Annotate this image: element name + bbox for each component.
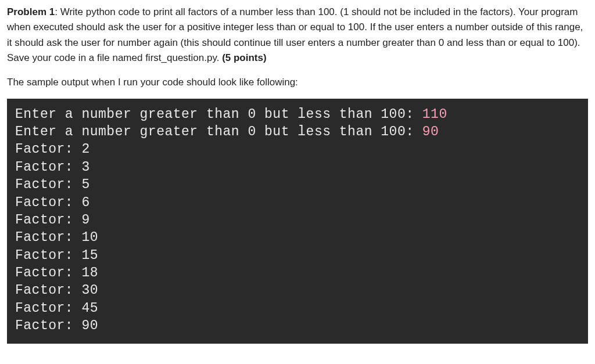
factor-value: 18 — [81, 265, 98, 280]
factor-label: Factor: — [15, 142, 81, 157]
factor-label: Factor: — [15, 177, 81, 192]
factor-label: Factor: — [15, 195, 81, 210]
factor-label: Factor: — [15, 248, 81, 263]
factor-value: 90 — [81, 318, 98, 333]
prompt-text: Enter a number greater than 0 but less t… — [15, 107, 422, 122]
factor-value: 6 — [81, 195, 89, 210]
factor-line: Factor: 3 — [15, 158, 580, 176]
factor-line: Factor: 15 — [15, 247, 580, 264]
factor-line: Factor: 30 — [15, 282, 580, 299]
factor-value: 15 — [81, 248, 98, 263]
factor-value: 5 — [81, 177, 89, 192]
factor-line: Factor: 9 — [15, 211, 580, 229]
factor-line: Factor: 18 — [15, 264, 580, 282]
factor-label: Factor: — [15, 283, 81, 298]
factor-label: Factor: — [15, 318, 81, 333]
factor-line: Factor: 90 — [15, 317, 580, 334]
factor-value: 2 — [81, 142, 89, 157]
factor-label: Factor: — [15, 265, 81, 280]
factor-label: Factor: — [15, 230, 81, 245]
problem-label: Problem 1 — [7, 6, 55, 17]
factor-value: 45 — [81, 301, 98, 316]
problem-body: : Write python code to print all factors… — [7, 6, 583, 63]
terminal-output: Enter a number greater than 0 but less t… — [7, 99, 588, 344]
factor-line: Factor: 5 — [15, 176, 580, 193]
problem-statement: Problem 1: Write python code to print al… — [7, 5, 588, 66]
factor-line: Factor: 2 — [15, 140, 580, 158]
factor-label: Factor: — [15, 160, 81, 175]
prompt-text: Enter a number greater than 0 but less t… — [15, 124, 422, 139]
factor-value: 10 — [81, 230, 98, 245]
terminal-prompt-line: Enter a number greater than 0 but less t… — [15, 106, 580, 123]
factor-label: Factor: — [15, 301, 81, 316]
problem-points: (5 points) — [222, 52, 267, 63]
factor-label: Factor: — [15, 212, 81, 228]
terminal-prompt-line: Enter a number greater than 0 but less t… — [15, 123, 580, 140]
factor-line: Factor: 6 — [15, 194, 580, 211]
factor-value: 3 — [81, 160, 89, 175]
factor-value: 30 — [81, 283, 98, 298]
sample-output-label: The sample output when I run your code s… — [7, 75, 588, 90]
factor-line: Factor: 10 — [15, 229, 580, 246]
user-input: 90 — [422, 124, 439, 139]
problem-paragraph: Problem 1: Write python code to print al… — [7, 5, 588, 66]
factor-value: 9 — [81, 212, 89, 228]
user-input: 110 — [422, 107, 447, 122]
factor-line: Factor: 45 — [15, 300, 580, 317]
